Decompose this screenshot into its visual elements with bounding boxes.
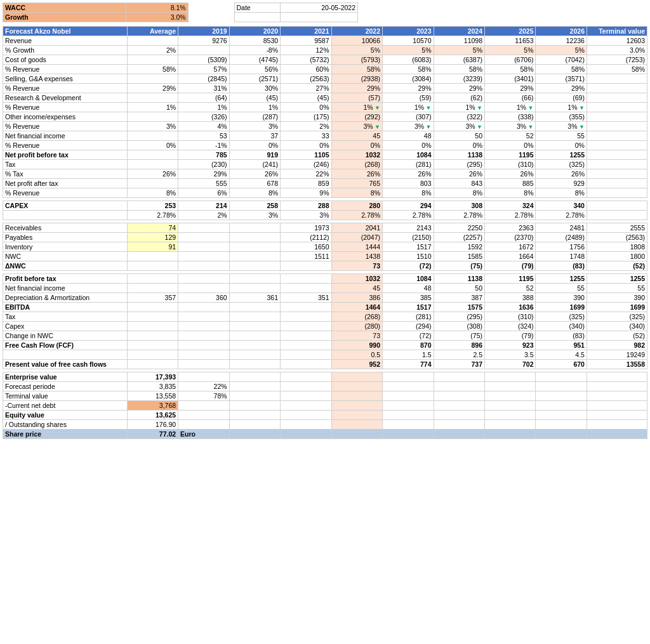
table-row: 0.51.52.53.54.519249 (3, 350, 647, 360)
table-row: Share price77.02Euro (3, 430, 647, 439)
cell-value: 360 (178, 293, 229, 303)
cell-value: (72) (383, 261, 434, 271)
cell-value: 58% (485, 65, 536, 74)
row-label: % Revenue (3, 65, 128, 74)
cell-value: 294 (383, 201, 434, 211)
cell-value (127, 55, 178, 65)
cell-value (178, 233, 229, 242)
cell-value (229, 360, 280, 369)
cell-value (178, 372, 229, 382)
table-row: % Revenue58%57%56%60%58%58%58%58%58%58% (3, 65, 647, 74)
cell-value: (59) (383, 93, 434, 103)
cell-value: 26% (127, 169, 178, 179)
row-label: Inventory (3, 242, 128, 252)
row-label: Tax (3, 160, 128, 169)
cell-value (536, 382, 587, 391)
cell-value: (5309) (178, 55, 229, 65)
cell-value: 2041 (331, 223, 382, 233)
col-header-2023: 2023 (383, 27, 434, 36)
cell-value (178, 261, 229, 271)
cell-value: 2% (178, 211, 229, 220)
cell-value: (310) (485, 312, 536, 322)
cell-value (587, 411, 647, 420)
cell-value: 1517 (383, 242, 434, 252)
cell-value: (287) (229, 112, 280, 122)
table-row: Revenue927685309587100661057011098116531… (3, 36, 647, 46)
cell-value: 58% (127, 65, 178, 74)
cell-value (281, 331, 331, 341)
row-label: % Revenue (3, 103, 128, 112)
cell-value: 1% (229, 103, 280, 112)
cell-value: 1650 (281, 242, 331, 252)
cell-value (229, 312, 280, 322)
row-label: Payables (3, 233, 128, 242)
cell-value: (83) (536, 331, 587, 341)
cell-value: 308 (434, 201, 484, 211)
cell-value: 2% (281, 122, 331, 131)
cell-value: (2047) (331, 233, 382, 242)
cell-value: 324 (485, 201, 536, 211)
cell-value (587, 122, 647, 131)
cell-value (485, 401, 536, 411)
cell-value (587, 131, 647, 141)
cell-value: 1138 (434, 150, 484, 160)
cell-value: 774 (383, 360, 434, 369)
cell-value: 50 (434, 131, 484, 141)
cell-value (229, 261, 280, 271)
cell-value: 919 (229, 150, 280, 160)
cell-value (127, 360, 178, 369)
cell-value (178, 411, 229, 420)
cell-value: 48 (383, 131, 434, 141)
cell-value (383, 391, 434, 401)
cell-value: 390 (587, 293, 647, 303)
cell-value: 1800 (587, 252, 647, 261)
cell-value (536, 420, 587, 430)
cell-value: 2.78% (536, 211, 587, 220)
row-label: % Revenue (3, 122, 128, 131)
col-header-2019: 2019 (178, 27, 229, 36)
row-label: Selling, G&A expenses (3, 74, 128, 84)
cell-value: 29% (383, 84, 434, 93)
cell-value: (3401) (485, 74, 536, 84)
cell-value: (45) (229, 93, 280, 103)
cell-value: 31% (178, 84, 229, 93)
date-label: Date (234, 3, 281, 13)
cell-value (127, 312, 178, 322)
cell-value: 1748 (536, 252, 587, 261)
cell-value: 1664 (485, 252, 536, 261)
header-table: WACC 8.1% Date 20-05-2022 Growth 3.0% (3, 3, 358, 22)
cell-value: 387 (434, 293, 484, 303)
cell-value (587, 141, 647, 150)
col-header-2020: 2020 (229, 27, 280, 36)
growth-value: 3.0% (126, 13, 188, 22)
cell-value: 1.5 (383, 350, 434, 360)
cell-value: 280 (331, 201, 382, 211)
cell-value: 0% (434, 141, 484, 150)
cell-value: 765 (331, 179, 382, 188)
cell-value: 1756 (536, 242, 587, 252)
cell-value (281, 284, 331, 293)
cell-value (178, 331, 229, 341)
cell-value (281, 430, 331, 439)
cell-value (587, 391, 647, 401)
cell-value: 253 (127, 201, 178, 211)
cell-value: 0% (229, 141, 280, 150)
cell-value (229, 411, 280, 420)
cell-value: Euro (178, 430, 229, 439)
cell-value: 58% (331, 65, 382, 74)
cell-value (229, 350, 280, 360)
row-label: EBITDA (3, 303, 128, 312)
cell-value: 8% (485, 188, 536, 198)
cell-value: 388 (485, 293, 536, 303)
cell-value: 1510 (383, 252, 434, 261)
cell-value: (246) (281, 160, 331, 169)
row-label: ΔNWC (3, 261, 128, 271)
cell-value: (325) (536, 312, 587, 322)
cell-value: (3571) (536, 74, 587, 84)
cell-value: 1444 (331, 242, 382, 252)
cell-value: 1511 (281, 252, 331, 261)
cell-value (331, 391, 382, 401)
table-row: Capex(280)(294)(308)(324)(340)(340) (3, 322, 647, 331)
cell-value: 5% (434, 46, 484, 55)
cell-value: 361 (229, 293, 280, 303)
